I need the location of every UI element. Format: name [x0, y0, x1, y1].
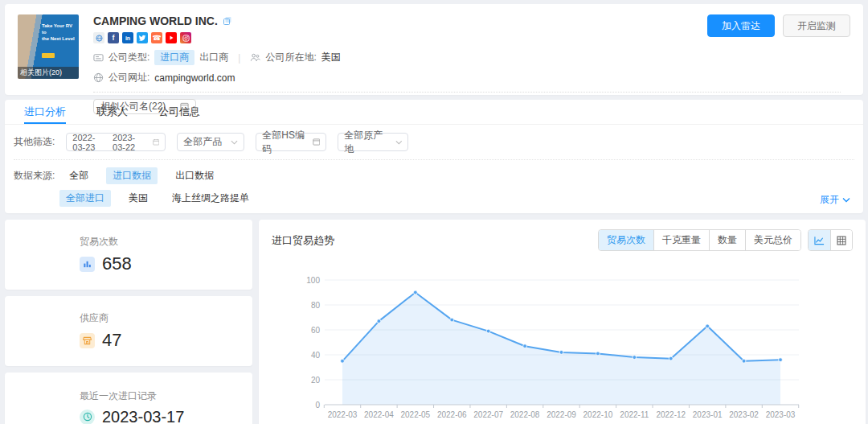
- metric-kg-weight[interactable]: 千克重量: [653, 230, 709, 250]
- company-image[interactable]: Take Your RV to the Next Level 相关图片(20): [18, 14, 79, 79]
- svg-text:2023-01: 2023-01: [693, 410, 723, 419]
- line-chart-view-button[interactable]: [809, 230, 830, 250]
- instagram-icon[interactable]: [180, 32, 191, 43]
- website-label: 公司网址:: [108, 71, 149, 84]
- svg-text:80: 80: [311, 301, 321, 310]
- hs-code-value: 全部HS编码: [262, 129, 307, 156]
- svg-text:0: 0: [315, 401, 320, 410]
- expand-toggle[interactable]: 展开: [820, 193, 850, 207]
- supplier-count-card: 供应商 47: [5, 296, 252, 366]
- copy-icon[interactable]: [223, 16, 232, 26]
- stats-column: 贸易次数 658 供应商 47 最近一次进口记录: [5, 220, 252, 424]
- line-chart-icon: [814, 236, 825, 245]
- origin-select[interactable]: 全部原产地: [338, 133, 408, 151]
- data-source-row: 数据来源: 全部 进口数据 出口数据: [14, 167, 854, 184]
- website-row: 公司网址: campingworld.com: [93, 71, 841, 84]
- location-value: 美国: [321, 51, 341, 64]
- metric-quantity[interactable]: 数量: [709, 230, 745, 250]
- window-icon: [313, 138, 321, 146]
- svg-text:100: 100: [306, 276, 320, 285]
- header-divider: [93, 92, 841, 93]
- supplier-count-value: 47: [102, 330, 121, 351]
- youtube-icon[interactable]: [166, 32, 177, 43]
- svg-text:2022-07: 2022-07: [473, 410, 503, 419]
- exporter-option[interactable]: 出口商: [199, 51, 228, 64]
- twitter-icon[interactable]: [137, 32, 148, 43]
- company-header-card: Take Your RV to the Next Level 相关图片(20) …: [5, 4, 863, 95]
- location-label: 公司所在地:: [265, 51, 316, 64]
- expand-label: 展开: [820, 193, 839, 207]
- data-source-label: 数据来源:: [14, 169, 55, 183]
- svg-text:2022-08: 2022-08: [510, 410, 540, 419]
- calendar-icon: [153, 138, 160, 146]
- tab-company-info[interactable]: 公司信息: [158, 100, 200, 124]
- add-to-radar-button[interactable]: 加入雷达: [707, 14, 775, 37]
- svg-text:40: 40: [311, 351, 321, 360]
- svg-text:2022-10: 2022-10: [583, 410, 613, 419]
- chart-title: 进口贸易趋势: [272, 233, 334, 248]
- product-select-value: 全部产品: [183, 135, 222, 149]
- data-source-all[interactable]: 全部: [63, 167, 95, 184]
- filter-row: 其他筛选: 2022-03-23 2023-03-22 全部产品 全部HS编码 …: [5, 133, 863, 151]
- hs-code-select[interactable]: 全部HS编码: [256, 133, 326, 151]
- metric-usd-total[interactable]: 美元总价: [745, 230, 800, 250]
- svg-text:2022-06: 2022-06: [437, 410, 467, 419]
- sub-all-import[interactable]: 全部进口: [59, 190, 111, 207]
- view-toggle-group: [808, 229, 853, 251]
- start-monitoring-button[interactable]: 开启监测: [783, 14, 850, 37]
- chevron-down-icon: [395, 140, 403, 145]
- import-trend-chart[interactable]: 0204060801002022-032022-042022-052022-06…: [272, 259, 853, 424]
- date-start: 2022-03-23: [72, 133, 108, 152]
- tab-import-analysis[interactable]: 进口分析: [24, 100, 66, 124]
- company-name: CAMPING WORLD INC.: [93, 14, 218, 27]
- globe-icon: [93, 72, 104, 83]
- data-source-subrow: 全部进口 美国 海上丝绸之路提单: [59, 190, 854, 207]
- svg-text:2022-04: 2022-04: [364, 410, 394, 419]
- importer-badge[interactable]: 进口商: [154, 50, 194, 65]
- last-import-card: 最近一次进口记录 2023-03-17: [5, 373, 252, 424]
- svg-text:2022-11: 2022-11: [620, 410, 649, 419]
- phone-icon[interactable]: ☎: [151, 32, 162, 43]
- company-type-label: 公司类型:: [108, 51, 149, 64]
- svg-text:2022-12: 2022-12: [656, 410, 686, 419]
- ad-button-shape: [42, 53, 55, 58]
- ad-line2: the Next Level: [42, 36, 75, 41]
- filter-divider: [14, 159, 854, 160]
- linkedin-icon[interactable]: in: [122, 32, 133, 43]
- svg-text:2022-09: 2022-09: [547, 410, 576, 419]
- data-source-section: 数据来源: 全部 进口数据 出口数据 全部进口 美国 海上丝绸之路提单 展开: [5, 167, 863, 207]
- origin-select-value: 全部原产地: [344, 129, 390, 156]
- metric-trade-count[interactable]: 贸易次数: [599, 230, 653, 250]
- table-view-button[interactable]: [830, 230, 852, 250]
- sub-usa[interactable]: 美国: [122, 190, 154, 207]
- svg-text:20: 20: [311, 376, 321, 385]
- date-range-picker[interactable]: 2022-03-23 2023-03-22: [66, 133, 166, 151]
- analysis-panel: 进口分析 联系人 公司信息 其他筛选: 2022-03-23 2023-03-2…: [5, 100, 863, 213]
- chevron-down-icon: [231, 140, 238, 145]
- metric-toggle-group: 贸易次数 千克重量 数量 美元总价: [598, 229, 801, 251]
- website-value[interactable]: campingworld.com: [154, 72, 235, 84]
- store-icon: [80, 333, 95, 348]
- svg-text:2023-02: 2023-02: [729, 410, 759, 419]
- table-icon: [837, 236, 846, 245]
- product-select[interactable]: 全部产品: [177, 133, 244, 151]
- data-source-export[interactable]: 出口数据: [169, 167, 220, 184]
- website-icon[interactable]: [93, 32, 104, 43]
- sub-maritime-silk-road[interactable]: 海上丝绸之路提单: [166, 190, 256, 207]
- facebook-icon[interactable]: f: [108, 32, 119, 43]
- import-trend-card: 进口贸易趋势 贸易次数 千克重量 数量 美元总价: [259, 220, 866, 424]
- svg-text:60: 60: [311, 326, 321, 335]
- meta-divider: |: [238, 52, 240, 64]
- data-source-import[interactable]: 进口数据: [106, 167, 158, 184]
- trade-count-value: 658: [102, 253, 132, 274]
- last-import-value: 2023-03-17: [102, 408, 184, 424]
- location-icon: [250, 52, 260, 63]
- svg-text:2022-05: 2022-05: [400, 410, 430, 419]
- last-import-label: 最近一次进口记录: [80, 389, 252, 403]
- tab-contacts[interactable]: 联系人: [96, 100, 128, 124]
- other-filters-label: 其他筛选:: [14, 135, 55, 149]
- related-images-caption[interactable]: 相关图片(20): [18, 67, 79, 79]
- chevron-down-icon: [842, 197, 850, 203]
- svg-text:2022-03: 2022-03: [328, 410, 358, 419]
- supplier-count-label: 供应商: [80, 311, 252, 325]
